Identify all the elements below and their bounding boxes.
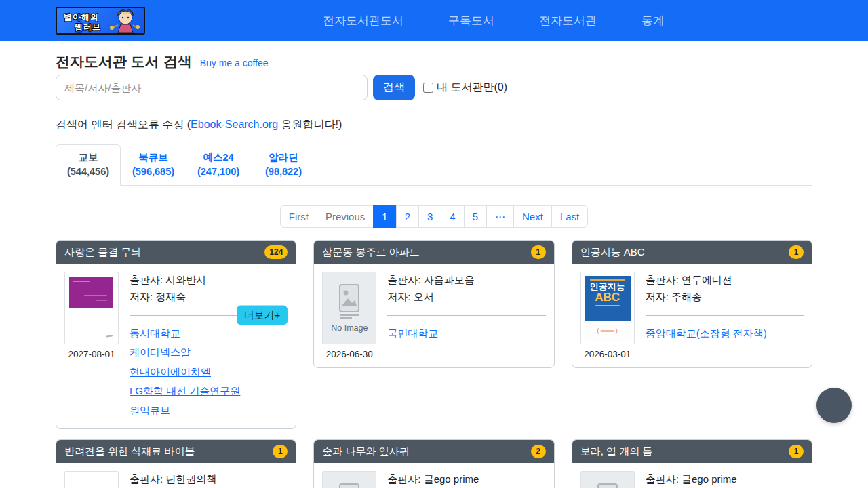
page-ellipsis[interactable]: ⋯ [486, 205, 514, 228]
tab-label: 예스24 [196, 150, 241, 165]
site-logo[interactable]: 별아해의 웹러브 [56, 7, 145, 35]
library-link[interactable]: 중앙대학교(소장형 전자책) [646, 324, 767, 344]
image-placeholder-icon [594, 483, 621, 488]
publisher: 출판사: 연두에디션 [646, 272, 804, 289]
tab-yes24[interactable]: 예스24 (247,100) [186, 144, 251, 186]
pagination: First Previous 1 2 3 4 5 ⋯ Next Last [280, 205, 588, 228]
tab-aladin[interactable]: 알라딘 (98,822) [251, 144, 316, 186]
count-badge: 1 [789, 245, 804, 259]
book-title: 보라, 열 개의 틈 [580, 445, 653, 458]
book-cover-image: 인공지능 ABC [585, 276, 631, 321]
publisher: 출판사: 자음과모음 [387, 272, 545, 289]
author: 저자: 정재숙 [130, 289, 288, 306]
publisher: 출판사: 글ego prime [646, 471, 804, 488]
publisher: 출판사: 시와반시 [130, 272, 288, 289]
search-notice: 검색어 엔터 검색오류 수정 (Ebook-Search.org 응원합니다!) [56, 118, 812, 132]
image-placeholder-icon [336, 284, 363, 319]
cover-title: 인공지능 [585, 282, 631, 291]
no-image-placeholder: No Image [322, 272, 376, 344]
divider [646, 315, 804, 316]
my-library-checkbox[interactable] [423, 83, 433, 93]
book-card: 사랑은 물결 무늬 124 2027-08-01 출판사: 시와반시 저자: 정… [56, 240, 296, 429]
library-link[interactable]: 국민대학교 [387, 324, 438, 344]
buy-me-a-coffee-link[interactable]: Buy me a coffee [200, 58, 269, 68]
book-cover-image [69, 277, 113, 308]
book-cover[interactable]: 인공지능 ABC ( ═══ ) [580, 272, 635, 344]
page-1[interactable]: 1 [373, 205, 396, 228]
nav-item-stats[interactable]: 통계 [636, 10, 670, 31]
expiry-date: 2026-03-01 [580, 349, 635, 359]
book-card: 반려견을 위한 식재료 바이블 1 출판사: 단한권의책 저자: 박은정 [56, 439, 296, 488]
book-title: 숲과 나무와 잎사귀 [322, 445, 409, 458]
search-bar: 검색 내 도서관만(0) [56, 75, 812, 100]
library-links: 동서대학교케이티넥스알현대아이에이치엘LG화학 대전 기술연구원원익큐브 [130, 324, 288, 421]
more-button[interactable]: 더보기+ [237, 306, 288, 325]
tab-count: (247,100) [196, 165, 241, 179]
page-previous[interactable]: Previous [317, 205, 374, 228]
tab-bookcube[interactable]: 북큐브 (596,685) [121, 144, 186, 186]
expiry-date: 2026-06-30 [322, 349, 376, 359]
book-results-grid: 사랑은 물결 무늬 124 2027-08-01 출판사: 시와반시 저자: 정… [56, 240, 812, 488]
book-cover[interactable] [64, 272, 119, 344]
page-3[interactable]: 3 [418, 205, 441, 228]
cover-subtitle: ABC [585, 291, 631, 303]
nav-item-elibraries[interactable]: 전자도서관 [534, 10, 602, 31]
tab-count: (544,456) [66, 165, 111, 179]
no-image-label: No Image [331, 323, 368, 333]
nav-item-subscription-books[interactable]: 구독도서 [443, 10, 500, 31]
my-library-checkbox-label[interactable]: 내 도서관만(0) [437, 81, 507, 95]
book-card-header: 인공지능 ABC 1 [572, 241, 812, 264]
publisher: 출판사: 글ego prime [387, 471, 545, 488]
image-placeholder-icon [336, 483, 363, 488]
library-links: 국민대학교 [387, 324, 545, 344]
notice-suffix: 응원합니다!) [278, 119, 342, 130]
page-last[interactable]: Last [551, 205, 588, 228]
little-prince-illustration [107, 9, 142, 34]
tab-count: (98,822) [261, 165, 306, 179]
count-badge: 1 [789, 445, 804, 458]
tab-label: 북큐브 [131, 150, 176, 165]
book-card-header: 사랑은 물결 무늬 124 [56, 241, 296, 264]
page-2[interactable]: 2 [396, 205, 419, 228]
book-card: 인공지능 ABC 1 인공지능 ABC ( ═══ ) [572, 240, 812, 368]
library-link[interactable]: 동서대학교 [130, 324, 180, 344]
main-content: 전자도서관 도서 검색 Buy me a coffee 검색 내 도서관만(0)… [56, 41, 812, 488]
book-card: 숲과 나무와 잎사귀 2 No Image [313, 439, 554, 488]
main-nav: 전자도서관도서 구독도서 전자도서관 통계 [317, 0, 670, 41]
book-cover[interactable] [64, 471, 119, 488]
book-title: 인공지능 ABC [580, 246, 645, 259]
library-link[interactable]: LG화학 대전 기술연구원 [130, 382, 240, 401]
divider [387, 315, 545, 316]
tab-label: 교보 [66, 150, 111, 165]
library-link[interactable]: 현대아이에이치엘 [130, 363, 211, 382]
nav-item-elibrary-books[interactable]: 전자도서관도서 [317, 10, 409, 31]
count-badge: 2 [531, 445, 546, 458]
search-input[interactable] [56, 75, 368, 100]
page-first[interactable]: First [280, 205, 317, 228]
book-card-header: 보라, 열 개의 틈 1 [572, 440, 812, 463]
tab-kyobo[interactable]: 교보 (544,456) [56, 144, 121, 186]
author: 저자: 오서 [387, 289, 545, 306]
library-links: 중앙대학교(소장형 전자책) [646, 324, 804, 344]
page-title: 전자도서관 도서 검색 [56, 52, 192, 71]
count-badge: 124 [264, 245, 288, 259]
tab-label: 알라딘 [261, 150, 306, 165]
book-card-header: 반려견을 위한 식재료 바이블 1 [56, 440, 296, 463]
book-title: 반려견을 위한 식재료 바이블 [64, 445, 195, 458]
search-button[interactable]: 검색 [373, 75, 415, 100]
publisher: 출판사: 단한권의책 [130, 471, 288, 488]
top-navbar: 별아해의 웹러브 전자도서관도서 구독도서 전자도서관 통계 [0, 0, 868, 41]
expiry-date: 2027-08-01 [64, 349, 119, 359]
page-next[interactable]: Next [513, 205, 552, 228]
page-4[interactable]: 4 [441, 205, 464, 228]
tab-count: (596,685) [131, 165, 176, 179]
cover-bottom-band: ( ═══ ) [585, 321, 631, 342]
book-card: 보라, 열 개의 틈 1 No Image [572, 439, 812, 488]
ebook-search-link[interactable]: Ebook-Search.org [191, 119, 278, 130]
page-5[interactable]: 5 [464, 205, 487, 228]
library-link[interactable]: 원익큐브 [130, 401, 170, 421]
scroll-top-button[interactable] [816, 388, 852, 423]
author: 저자: 주해종 [646, 289, 804, 306]
library-link[interactable]: 케이티넥스알 [130, 343, 191, 363]
store-tabs: 교보 (544,456) 북큐브 (596,685) 예스24 (247,100… [56, 144, 812, 186]
